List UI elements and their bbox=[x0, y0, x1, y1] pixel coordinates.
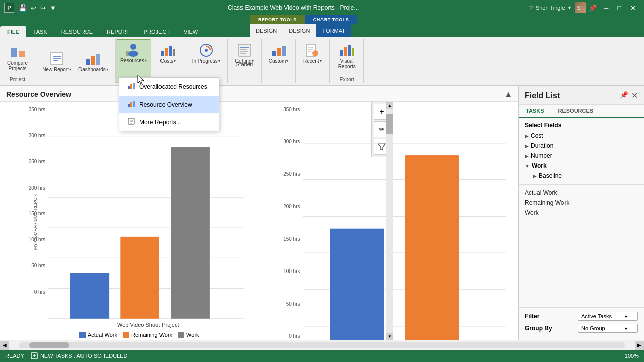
ribbon: CompareProjects Project New Report ▾ bbox=[0, 37, 644, 86]
legend-dot-actual bbox=[79, 332, 86, 338]
scroll-thumb-h[interactable] bbox=[29, 342, 69, 348]
tab-view[interactable]: VIEW bbox=[177, 26, 205, 37]
field-list-panel: Field List 📌 ✕ TASKS RESOURCES Select Fi… bbox=[518, 86, 644, 340]
compare-projects-btn[interactable]: CompareProjects bbox=[4, 42, 31, 73]
chart-design-tab[interactable]: DESIGN bbox=[283, 24, 316, 37]
undo-icon[interactable]: ↩ bbox=[29, 3, 38, 13]
report-tools-label: REPORT TOOLS bbox=[250, 15, 305, 24]
dropdown-resource-overview[interactable]: Resource Overview bbox=[119, 96, 219, 113]
bar-remaining-work-right[interactable] bbox=[405, 155, 459, 340]
field-list-pin-icon[interactable]: 📌 bbox=[620, 90, 628, 100]
tree-item-baseline[interactable]: ▶ Baseline bbox=[519, 171, 644, 181]
bar-actual-work-right[interactable] bbox=[330, 229, 384, 340]
ribbon-group-costs: Costs ▾ bbox=[151, 39, 185, 83]
svg-rect-7 bbox=[91, 56, 95, 65]
minimize-btn[interactable]: ─ bbox=[600, 3, 612, 13]
quick-access-toolbar: 💾 ↩ ↪ ▼ bbox=[17, 3, 58, 13]
ribbon-group-custom: Custom ▾ bbox=[262, 39, 296, 83]
app-title: Class Example Web Video with Reports - P… bbox=[58, 4, 529, 11]
redo-icon[interactable]: ↪ bbox=[39, 3, 47, 13]
filter-section: Filter Active Tasks ▾ Group By No Group … bbox=[519, 307, 644, 340]
legend-remaining-work: Remaining Work bbox=[123, 332, 172, 338]
tree-item-work[interactable]: ▼ Work bbox=[519, 161, 644, 171]
tree-item-cost[interactable]: ▶ Cost bbox=[519, 131, 644, 141]
group-by-dropdown[interactable]: No Group ▾ bbox=[578, 324, 638, 333]
horizontal-scrollbar: ◀ ▶ bbox=[0, 340, 644, 350]
visual-reports-btn[interactable]: Visual Reports bbox=[334, 40, 359, 71]
report-design-tab[interactable]: DESIGN bbox=[250, 24, 283, 37]
dashboards-btn[interactable]: Dashboards ▾ bbox=[75, 49, 111, 74]
chart-tools-label: CHART TOOLS bbox=[305, 15, 357, 24]
custom-btn[interactable]: Custom ▾ bbox=[266, 40, 291, 66]
bar-actual-work-left[interactable] bbox=[70, 273, 109, 318]
dropdown-more-reports[interactable]: More Reports... bbox=[119, 113, 219, 131]
tree-arrow-cost: ▶ bbox=[525, 133, 529, 139]
bar-remaining-work-left[interactable] bbox=[120, 237, 159, 319]
fl-tab-tasks[interactable]: TASKS bbox=[519, 105, 551, 118]
tree-arrow-baseline: ▶ bbox=[533, 173, 537, 179]
fl-tab-resources[interactable]: RESOURCES bbox=[551, 105, 600, 117]
tab-file[interactable]: FILE bbox=[0, 26, 26, 37]
chart-vertical-scrollbar: ▲ ▼ bbox=[386, 102, 393, 340]
help-icon[interactable]: ? bbox=[529, 4, 533, 12]
svg-rect-32 bbox=[344, 47, 347, 56]
group-by-row: Group By No Group ▾ bbox=[525, 324, 638, 333]
report-title: Resource Overview bbox=[6, 90, 71, 98]
in-progress-icon bbox=[198, 42, 214, 58]
scroll-up-btn[interactable]: ▲ bbox=[386, 102, 393, 109]
filter-dropdown[interactable]: Active Tasks ▾ bbox=[578, 312, 638, 321]
more-reports-icon bbox=[127, 117, 135, 127]
svg-rect-15 bbox=[173, 49, 175, 56]
compare-projects-icon bbox=[10, 44, 26, 60]
status-bar: READY NEW TASKS : AUTO SCHEDULED ───────… bbox=[0, 350, 644, 362]
chart-format-tab[interactable]: FORMAT bbox=[316, 24, 351, 37]
zoom-level: ─────────── 100% bbox=[580, 353, 639, 359]
pin-icon[interactable]: 📌 bbox=[589, 4, 597, 12]
ribbon-group-resources[interactable]: Resources ▾ bbox=[116, 39, 151, 83]
tree-item-number[interactable]: ▶ Number bbox=[519, 151, 644, 161]
scroll-right-btn[interactable]: ▶ bbox=[635, 341, 644, 350]
user-dropdown-arrow[interactable]: ▼ bbox=[567, 5, 572, 10]
scroll-track-h bbox=[19, 342, 625, 348]
ribbon-group-recent: Recent ▾ bbox=[296, 39, 330, 83]
tab-report[interactable]: REPORT bbox=[100, 26, 137, 37]
resource-overview-icon bbox=[127, 100, 135, 109]
left-chart-area: MY COMPARISON REPORT 350 hrs 300 hrs 250… bbox=[0, 102, 249, 340]
svg-rect-13 bbox=[165, 48, 168, 56]
svg-rect-11 bbox=[126, 51, 129, 56]
ribbon-group-in-progress: In Progress ▾ bbox=[185, 39, 228, 83]
costs-btn[interactable]: Costs ▾ bbox=[155, 40, 181, 66]
filter-row: Filter Active Tasks ▾ bbox=[525, 312, 638, 321]
tab-resource[interactable]: RESOURCE bbox=[54, 26, 100, 37]
dropdown-overallocated-resources[interactable]: Overallocated Resources bbox=[119, 78, 219, 96]
scroll-down-btn[interactable]: ▼ bbox=[386, 333, 393, 340]
close-btn[interactable]: ✕ bbox=[626, 3, 640, 13]
scroll-left-btn[interactable]: ◀ bbox=[0, 341, 9, 350]
recent-btn[interactable]: Recent ▾ bbox=[300, 40, 325, 66]
bar-work-left[interactable] bbox=[171, 147, 210, 318]
app-logo: P bbox=[4, 3, 14, 13]
tree-item-duration[interactable]: ▶ Duration bbox=[519, 141, 644, 151]
svg-rect-25 bbox=[282, 46, 286, 56]
collapse-report-btn[interactable]: ▲ bbox=[504, 89, 512, 99]
svg-rect-8 bbox=[96, 54, 100, 65]
svg-point-17 bbox=[205, 49, 208, 52]
export-group-label: Export bbox=[340, 75, 354, 82]
legend-work: Work bbox=[178, 332, 199, 338]
tab-task[interactable]: TASK bbox=[26, 26, 54, 37]
maximize-btn[interactable]: □ bbox=[613, 3, 625, 13]
field-list-header: Field List 📌 ✕ bbox=[519, 86, 644, 105]
getting-started-btn[interactable]: Getting ▾ Started bbox=[232, 40, 257, 69]
title-bar-left: P 💾 ↩ ↪ ▼ bbox=[4, 3, 58, 13]
ribbon-group-export: Visual Reports Export bbox=[330, 39, 364, 83]
svg-rect-57 bbox=[133, 83, 135, 89]
in-progress-btn[interactable]: In Progress ▾ bbox=[189, 40, 223, 66]
scroll-thumb[interactable] bbox=[386, 114, 393, 134]
customize-icon[interactable]: ▼ bbox=[48, 3, 58, 13]
legend-actual-work: Actual Work bbox=[79, 332, 117, 338]
field-list-close-btn[interactable]: ✕ bbox=[631, 90, 638, 100]
save-icon[interactable]: 💾 bbox=[17, 3, 28, 13]
right-chart-svg bbox=[303, 107, 507, 340]
new-report-btn[interactable]: New Report ▾ bbox=[39, 49, 74, 74]
tab-project[interactable]: PROJECT bbox=[137, 26, 177, 37]
